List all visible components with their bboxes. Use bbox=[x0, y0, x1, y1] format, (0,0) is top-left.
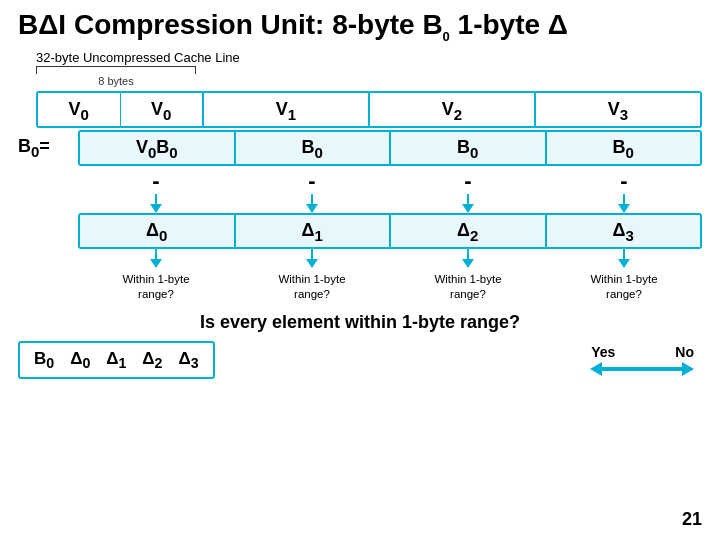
bottom-delta2: Δ2 bbox=[136, 347, 168, 373]
minus-0: - bbox=[152, 168, 159, 194]
bottom-delta1: Δ1 bbox=[100, 347, 132, 373]
range-col-2: Within 1-byterange? bbox=[390, 268, 546, 302]
every-element-question: Is every element within 1-byte range? bbox=[18, 312, 702, 333]
range-col-3: Within 1-byterange? bbox=[546, 268, 702, 302]
page-title: BΔI Compression Unit: 8-byte B0 1-byte Δ bbox=[18, 10, 702, 44]
double-arrow bbox=[590, 362, 694, 376]
v0-right-cell: V0 bbox=[121, 93, 203, 127]
bottom-b0: B0 bbox=[28, 347, 60, 373]
range-col-1: Within 1-byterange? bbox=[234, 268, 390, 302]
minus-2: - bbox=[464, 168, 471, 194]
minus-3: - bbox=[620, 168, 627, 194]
yes-no-area: Yes No bbox=[590, 344, 694, 376]
delta-row: Δ0 Δ1 Δ2 Δ3 bbox=[78, 213, 702, 249]
range-col-0: Within 1-byterange? bbox=[78, 268, 234, 302]
v3-cell: V3 bbox=[536, 93, 700, 127]
subtitle-text: 32-byte Uncompressed Cache Line bbox=[36, 50, 240, 65]
range-text-3: Within 1-byterange? bbox=[590, 272, 657, 302]
range-text-1: Within 1-byterange? bbox=[278, 272, 345, 302]
delta2-cell: Δ2 bbox=[391, 215, 547, 247]
minus-1: - bbox=[308, 168, 315, 194]
range-text-0: Within 1-byterange? bbox=[122, 272, 189, 302]
v0-left-cell: V0 bbox=[38, 93, 121, 127]
b0-row: V0B0 B0 B0 B0 bbox=[78, 130, 702, 166]
b0-v0b0-cell: V0B0 bbox=[80, 132, 236, 164]
v-row: V0 V0 V1 V2 V3 bbox=[36, 91, 702, 129]
range-text-2: Within 1-byterange? bbox=[434, 272, 501, 302]
v2-cell: V2 bbox=[370, 93, 536, 127]
delta1-cell: Δ1 bbox=[236, 215, 392, 247]
bytes-label: 8 bytes bbox=[98, 75, 133, 87]
b0-outside-label: B0= bbox=[18, 136, 76, 160]
bottom-delta3: Δ3 bbox=[172, 347, 204, 373]
delta3-cell: Δ3 bbox=[547, 215, 701, 247]
b0-b0-2-cell: B0 bbox=[391, 132, 547, 164]
no-label: No bbox=[675, 344, 694, 360]
v1-cell: V1 bbox=[204, 93, 370, 127]
page-number: 21 bbox=[682, 509, 702, 530]
delta0-cell: Δ0 bbox=[80, 215, 236, 247]
b0-b0-1-cell: B0 bbox=[236, 132, 392, 164]
b0-b0-3-cell: B0 bbox=[547, 132, 701, 164]
yes-label: Yes bbox=[591, 344, 615, 360]
bottom-output-box: B0 Δ0 Δ1 Δ2 Δ3 bbox=[18, 341, 215, 379]
bottom-delta0: Δ0 bbox=[64, 347, 96, 373]
